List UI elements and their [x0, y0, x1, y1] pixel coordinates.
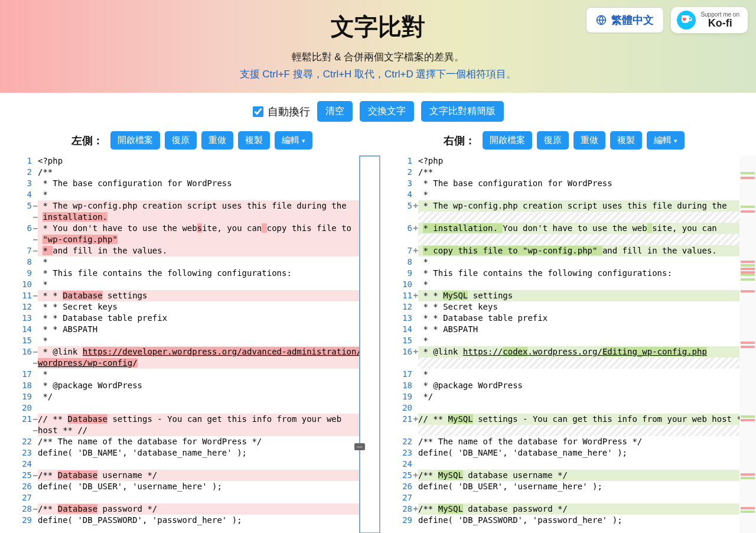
- merge-arrow-icon[interactable]: —: [354, 443, 365, 450]
- code-line: * The base configuration for WordPress: [38, 178, 359, 189]
- code-line: * * MySQL settings: [418, 290, 739, 301]
- line-number: 17: [0, 369, 32, 380]
- page-hint: 支援 Ctrl+F 搜尋，Ctrl+H 取代，Ctrl+D 選擇下一個相符項目。: [12, 67, 744, 81]
- line-number: 16: [0, 346, 32, 358]
- right-redo-button[interactable]: 重做: [573, 131, 605, 150]
- code-line: *: [38, 279, 359, 290]
- line-number: 26: [380, 481, 412, 492]
- code-line: <?php: [38, 155, 359, 167]
- code-line: * * Secret keys: [418, 301, 739, 313]
- line-number: 24: [0, 459, 32, 470]
- code-line: define( 'DB_NAME', 'database_name_here' …: [418, 447, 739, 459]
- code-line: [418, 459, 739, 470]
- left-open-button[interactable]: 開啟檔案: [110, 131, 160, 150]
- code-line: /** MySQL database username */: [418, 470, 739, 481]
- code-line: [38, 459, 359, 470]
- code-line: * * ABSPATH: [38, 324, 359, 335]
- code-line: *: [38, 256, 359, 268]
- line-number: [0, 358, 32, 369]
- code-line: * This file contains the following confi…: [38, 268, 359, 279]
- wrap-checkbox-label[interactable]: 自動換行: [253, 105, 310, 119]
- line-number: 9: [380, 268, 412, 279]
- code-line: * * Database table prefix: [38, 313, 359, 324]
- code-line: *: [418, 369, 739, 380]
- code-line: /** Database username */: [38, 470, 359, 481]
- wrap-checkbox[interactable]: [253, 106, 263, 117]
- code-line: * * Database table prefix: [418, 313, 739, 324]
- minimap[interactable]: [739, 155, 756, 533]
- right-copy-button[interactable]: 複製: [610, 131, 642, 150]
- kofi-button[interactable]: Support me on Ko-fi: [671, 7, 748, 33]
- swap-button[interactable]: 交換文字: [360, 101, 414, 122]
- minimap-mark: [741, 264, 755, 266]
- code-line: [418, 402, 739, 414]
- line-number: 7: [0, 245, 32, 256]
- line-number: 20: [0, 402, 32, 414]
- line-number: 13: [380, 313, 412, 324]
- code-line: * @link https://developer.wordpress.org/…: [38, 346, 359, 358]
- line-number: 23: [380, 447, 412, 459]
- line-number: 27: [380, 492, 412, 503]
- merge-gutter: —: [359, 155, 380, 533]
- line-number: 11: [380, 290, 412, 301]
- line-number: 17: [380, 369, 412, 380]
- code-line: * The base configuration for WordPress: [418, 178, 739, 189]
- code-line: define( 'DB_USER', 'username_here' );: [38, 481, 359, 492]
- minimap-mark: [741, 274, 755, 276]
- line-number: 1: [380, 155, 412, 167]
- line-number: 22: [380, 436, 412, 447]
- line-number: 6: [0, 223, 32, 234]
- line-number: 24: [380, 459, 412, 470]
- line-number: 21: [380, 414, 412, 425]
- code-line: * You don't have to use the website, you…: [38, 223, 359, 234]
- right-undo-button[interactable]: 復原: [537, 131, 569, 150]
- right-pane-header: 右側： 開啟檔案 復原 重做 複製 編輯: [378, 131, 750, 150]
- line-number: 25: [380, 470, 412, 481]
- line-number: 2: [0, 167, 32, 178]
- lite-button[interactable]: 文字比對精簡版: [421, 101, 504, 122]
- code-line: define( 'DB_PASSWORD', 'password_here' )…: [418, 515, 739, 526]
- right-pane[interactable]: 1234567891011121314151617181920212223242…: [380, 155, 739, 533]
- minimap-mark: [741, 268, 755, 270]
- left-undo-button[interactable]: 復原: [165, 131, 197, 150]
- line-number: 28: [380, 503, 412, 515]
- clear-button[interactable]: 清空: [317, 101, 353, 122]
- code-line: * * Database settings: [38, 290, 359, 301]
- minimap-mark: [741, 210, 755, 213]
- code-line: *: [38, 369, 359, 380]
- line-number: 13: [0, 313, 32, 324]
- globe-icon: [596, 15, 607, 25]
- code-line: * This file contains the following confi…: [418, 268, 739, 279]
- right-open-button[interactable]: 開啟檔案: [483, 131, 532, 150]
- line-number: 11: [0, 290, 32, 301]
- minimap-mark: [741, 511, 755, 513]
- code-line: * * ABSPATH: [418, 324, 739, 335]
- code-line: * The wp-config.php creation script uses…: [418, 200, 739, 212]
- minimap-mark: [741, 346, 755, 348]
- line-number: [380, 234, 412, 245]
- line-number: 14: [0, 324, 32, 335]
- left-redo-button[interactable]: 重做: [201, 131, 233, 150]
- minimap-mark: [741, 290, 755, 292]
- code-line: /** The name of the database for WordPre…: [38, 436, 359, 447]
- code-line: * @package WordPress: [38, 380, 359, 391]
- code-line: * * Secret keys: [38, 301, 359, 313]
- code-line: host ** //: [38, 425, 359, 436]
- right-label: 右側：: [444, 134, 475, 148]
- code-line: * @package WordPress: [418, 380, 739, 391]
- line-number: 3: [380, 178, 412, 189]
- right-edit-dropdown[interactable]: 編輯: [647, 131, 684, 150]
- kofi-big-text: Ko-fi: [700, 18, 739, 28]
- code-line: * copy this file to "wp-config.php" and …: [418, 245, 739, 256]
- left-copy-button[interactable]: 複製: [238, 131, 270, 150]
- minimap-mark: [741, 261, 755, 263]
- line-number: [0, 212, 32, 223]
- left-edit-dropdown[interactable]: 編輯: [275, 131, 312, 150]
- line-number: 7: [380, 245, 412, 256]
- line-number: 12: [0, 301, 32, 313]
- left-pane[interactable]: 1234567891011121314151617181920212223242…: [0, 155, 359, 533]
- language-label: 繁體中文: [611, 13, 654, 27]
- code-line: // ** Database settings - You can get th…: [38, 414, 359, 425]
- code-line: define( 'DB_USER', 'username_here' );: [418, 481, 739, 492]
- language-button[interactable]: 繁體中文: [586, 7, 664, 33]
